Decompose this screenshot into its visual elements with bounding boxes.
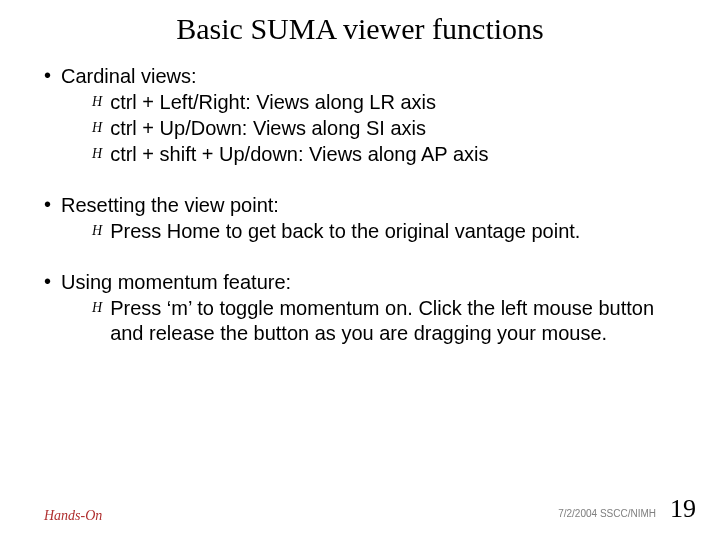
bullet-icon: • xyxy=(44,270,51,292)
section-header-text: Cardinal views: xyxy=(61,64,197,88)
sub-list: H Press Home to get back to the original… xyxy=(44,217,676,244)
list-item: H ctrl + Left/Right: Views along LR axis xyxy=(92,90,676,115)
feather-icon: H xyxy=(92,93,102,111)
section-cardinal-views: • Cardinal views: H ctrl + Left/Right: V… xyxy=(44,64,676,167)
feather-icon: H xyxy=(92,299,102,317)
list-item-text: Press Home to get back to the original v… xyxy=(110,219,676,244)
footer-right: 7/2/2004 SSCC/NIMH 19 xyxy=(558,494,696,524)
list-item-text: ctrl + Up/Down: Views along SI axis xyxy=(110,116,676,141)
section-header: • Using momentum feature: xyxy=(44,270,676,294)
list-item-text: ctrl + Left/Right: Views along LR axis xyxy=(110,90,676,115)
list-item: H ctrl + Up/Down: Views along SI axis xyxy=(92,116,676,141)
list-item: H ctrl + shift + Up/down: Views along AP… xyxy=(92,142,676,167)
slide-footer: Hands-On 7/2/2004 SSCC/NIMH 19 xyxy=(0,494,720,524)
bullet-icon: • xyxy=(44,193,51,215)
list-item-text: ctrl + shift + Up/down: Views along AP a… xyxy=(110,142,676,167)
feather-icon: H xyxy=(92,222,102,240)
feather-icon: H xyxy=(92,145,102,163)
slide-content: • Cardinal views: H ctrl + Left/Right: V… xyxy=(0,64,720,346)
section-momentum: • Using momentum feature: H Press ‘m’ to… xyxy=(44,270,676,346)
section-header: • Cardinal views: xyxy=(44,64,676,88)
feather-icon: H xyxy=(92,119,102,137)
list-item: H Press ‘m’ to toggle momentum on. Click… xyxy=(92,296,676,346)
sub-list: H Press ‘m’ to toggle momentum on. Click… xyxy=(44,294,676,346)
slide-title: Basic SUMA viewer functions xyxy=(0,0,720,64)
sub-list: H ctrl + Left/Right: Views along LR axis… xyxy=(44,88,676,167)
section-resetting-view: • Resetting the view point: H Press Home… xyxy=(44,193,676,244)
section-header-text: Using momentum feature: xyxy=(61,270,291,294)
section-header: • Resetting the view point: xyxy=(44,193,676,217)
section-header-text: Resetting the view point: xyxy=(61,193,279,217)
footer-date: 7/2/2004 SSCC/NIMH xyxy=(558,508,656,519)
list-item-text: Press ‘m’ to toggle momentum on. Click t… xyxy=(110,296,676,346)
footer-left-label: Hands-On xyxy=(44,508,102,524)
list-item: H Press Home to get back to the original… xyxy=(92,219,676,244)
page-number: 19 xyxy=(670,494,696,524)
bullet-icon: • xyxy=(44,64,51,86)
